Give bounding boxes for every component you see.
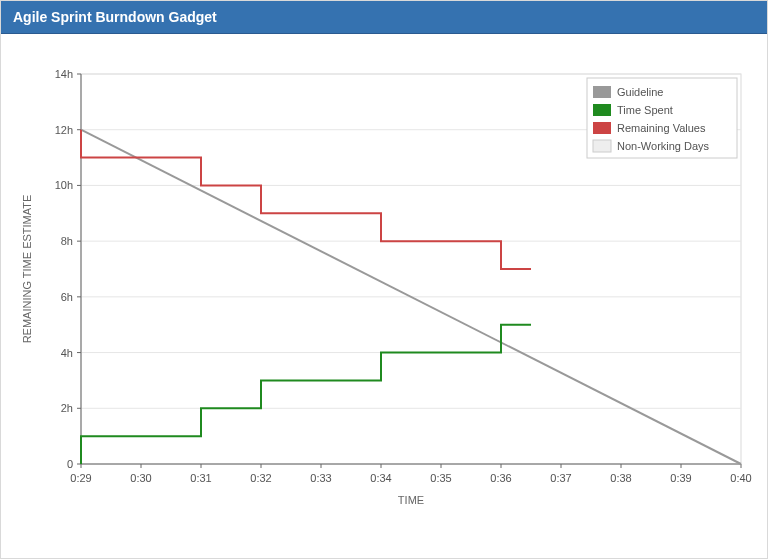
- gadget-title: Agile Sprint Burndown Gadget: [13, 9, 217, 25]
- burndown-chart: 02h4h6h8h10h12h14h0:290:300:310:320:330:…: [1, 34, 767, 554]
- series-remaining-values: [81, 130, 531, 269]
- y-tick-label: 10h: [55, 179, 73, 191]
- gadget-header: Agile Sprint Burndown Gadget: [1, 1, 767, 34]
- y-tick-label: 14h: [55, 68, 73, 80]
- x-tick-label: 0:31: [190, 472, 211, 484]
- y-tick-label: 4h: [61, 347, 73, 359]
- legend-label: Guideline: [617, 86, 663, 98]
- y-axis-label: REMAINING TIME ESTIMATE: [21, 195, 33, 344]
- x-tick-label: 0:36: [490, 472, 511, 484]
- x-tick-label: 0:35: [430, 472, 451, 484]
- y-tick-label: 6h: [61, 291, 73, 303]
- y-tick-label: 2h: [61, 402, 73, 414]
- x-tick-label: 0:37: [550, 472, 571, 484]
- x-axis-label: TIME: [398, 494, 424, 506]
- legend-swatch: [593, 104, 611, 116]
- x-tick-label: 0:29: [70, 472, 91, 484]
- x-tick-label: 0:33: [310, 472, 331, 484]
- legend-label: Non-Working Days: [617, 140, 710, 152]
- series-time-spent: [81, 325, 531, 464]
- x-tick-label: 0:32: [250, 472, 271, 484]
- legend-swatch: [593, 86, 611, 98]
- y-tick-label: 8h: [61, 235, 73, 247]
- y-tick-label: 12h: [55, 124, 73, 136]
- x-tick-label: 0:34: [370, 472, 391, 484]
- legend-label: Remaining Values: [617, 122, 706, 134]
- legend-swatch: [593, 122, 611, 134]
- legend-label: Time Spent: [617, 104, 673, 116]
- x-tick-label: 0:39: [670, 472, 691, 484]
- x-tick-label: 0:38: [610, 472, 631, 484]
- legend-swatch: [593, 140, 611, 152]
- burndown-gadget: Agile Sprint Burndown Gadget 02h4h6h8h10…: [0, 0, 768, 559]
- x-tick-label: 0:30: [130, 472, 151, 484]
- x-tick-label: 0:40: [730, 472, 751, 484]
- y-tick-label: 0: [67, 458, 73, 470]
- gadget-body: 02h4h6h8h10h12h14h0:290:300:310:320:330:…: [1, 34, 767, 555]
